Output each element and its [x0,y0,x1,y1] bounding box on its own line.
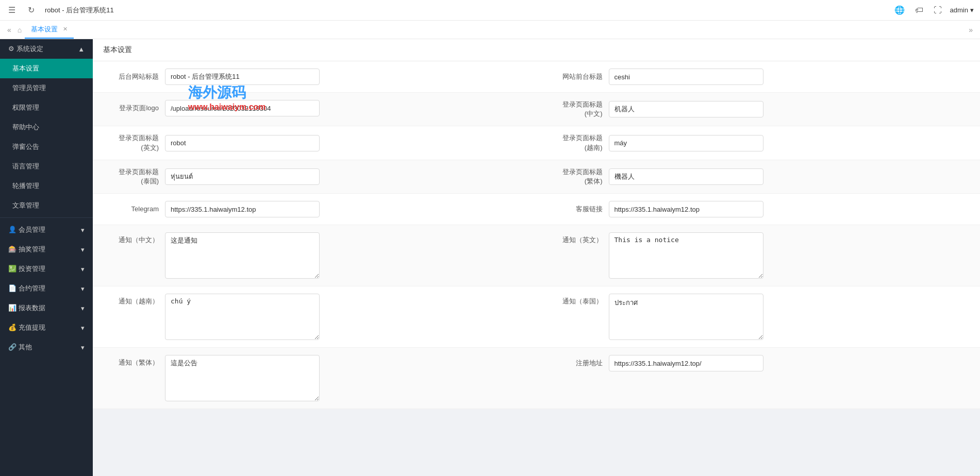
form-group-notice-en: 通知（英文） [537,225,981,286]
login-title-th-label: 登录页面标题(泰国) [103,167,165,186]
others-arrow: ▾ [81,344,85,351]
tab-label: 基本设置 [31,25,58,34]
member-arrow: ▾ [81,226,85,234]
sidebar-item-help-center[interactable]: 帮助中心 [0,117,93,137]
tab-back-button[interactable]: « [4,21,14,39]
sidebar-group-system[interactable]: ⚙ 系统设定 ▲ [0,39,93,59]
form-group-login-title-th: 登录页面标题(泰国) [93,160,537,193]
login-title-zh-input[interactable] [609,101,763,117]
form-row-6: 通知（中文） 通知（英文） [93,225,980,286]
form-row-8: 通知（繁体） 注册地址 [93,348,980,409]
menu-icon[interactable]: ☰ [6,3,18,17]
notice-th-label: 通知（泰国） [547,294,609,306]
customer-service-label: 客服链接 [547,201,609,217]
content-area: 海外源码 www.haiwaiym.com 基本设置 后台网站标题 网站前台标题 [93,39,980,476]
register-url-input[interactable] [609,355,763,371]
tab-bar: « ⌂ 基本设置 ✕ » [0,21,980,39]
tab-close-button[interactable]: ✕ [63,26,68,32]
sidebar-group-contract[interactable]: 📄 合约管理 ▾ [0,279,93,298]
recharge-arrow: ▾ [81,324,85,332]
frontend-title-input[interactable] [609,69,763,85]
admin-button[interactable]: admin ▾ [950,6,974,14]
investment-arrow: ▾ [81,265,85,273]
reports-icon: 📊 [8,304,16,312]
form-row-7: 通知（越南） 通知（泰国） [93,286,980,348]
form-group-login-title-zh: 登录页面标题(中文) [537,93,981,126]
form-row-4: 登录页面标题(泰国) 登录页面标题(繁体) [93,160,980,194]
content-body: 后台网站标题 网站前台标题 登录页面logo 登录页面标题(中文) [93,61,980,409]
admin-arrow: ▾ [970,6,974,14]
form-group-notice-zh: 通知（中文） [93,225,537,286]
sidebar-group-label: 系统设定 [16,45,43,53]
tag-icon[interactable]: 🏷 [913,4,925,17]
sidebar-group-investment[interactable]: 💹 投资管理 ▾ [0,259,93,279]
globe-icon[interactable]: 🌐 [892,3,907,17]
form-group-login-title-vn: 登录页面标题(越南) [537,126,981,159]
form-group-frontend-title: 网站前台标题 [537,61,981,92]
notice-tc-textarea[interactable] [165,355,320,401]
telegram-label: Telegram [103,201,165,217]
sidebar-group-member[interactable]: 👤 会员管理 ▾ [0,220,93,240]
form-group-login-logo: 登录页面logo [93,93,537,124]
investment-icon: 💹 [8,265,16,273]
login-logo-input[interactable] [165,100,320,116]
login-title-zh-label: 登录页面标题(中文) [547,100,609,118]
sidebar-item-popup-notice[interactable]: 弹窗公告 [0,137,93,157]
sidebar-group-recharge[interactable]: 💰 充值提现 ▾ [0,318,93,337]
form-group-notice-vn: 通知（越南） [93,286,537,347]
notice-en-textarea[interactable] [609,232,763,279]
page-title: 基本设置 [103,45,132,54]
notice-vn-label: 通知（越南） [103,294,165,306]
login-title-th-input[interactable] [165,168,320,185]
sidebar-item-permissions[interactable]: 权限管理 [0,98,93,117]
notice-en-label: 通知（英文） [547,232,609,245]
form-row-1: 后台网站标题 网站前台标题 [93,61,980,93]
login-title-en-input[interactable] [165,135,320,151]
fullscreen-icon[interactable]: ⛶ [932,4,944,17]
form-group-login-title-en: 登录页面标题(英文) [93,126,537,159]
sidebar-group-reports[interactable]: 📊 报表数据 ▾ [0,298,93,318]
form-group-backend-title: 后台网站标题 [93,61,537,92]
sidebar-item-article[interactable]: 文章管理 [0,196,93,215]
register-url-label: 注册地址 [547,355,609,371]
sidebar-group-arrow: ▲ [78,45,85,53]
refresh-icon[interactable]: ↻ [26,3,37,17]
tab-basic-settings[interactable]: 基本设置 ✕ [25,21,74,39]
sidebar-group-lottery[interactable]: 🎰 抽奖管理 ▾ [0,240,93,259]
sidebar-item-carousel[interactable]: 轮播管理 [0,176,93,196]
reports-arrow: ▾ [81,304,85,312]
title-bar: ☰ ↻ robot - 后台管理系统11 🌐 🏷 ⛶ admin ▾ [0,0,980,21]
title-bar-title: robot - 后台管理系统11 [45,6,114,15]
notice-vn-textarea[interactable] [165,294,320,340]
sidebar-item-admin-management[interactable]: 管理员管理 [0,78,93,98]
notice-th-textarea[interactable] [609,294,763,340]
notice-zh-textarea[interactable] [165,232,320,279]
form-group-customer-service: 客服链接 [537,194,981,225]
form-group-notice-tc: 通知（繁体） [93,348,537,409]
form-group-register-url: 注册地址 [537,348,981,379]
member-icon: 👤 [8,226,16,233]
sidebar-item-language[interactable]: 语言管理 [0,157,93,176]
login-title-en-label: 登录页面标题(英文) [103,133,165,152]
contract-arrow: ▾ [81,285,85,293]
others-icon: 🔗 [8,343,16,351]
frontend-title-label: 网站前台标题 [547,69,609,85]
sidebar-lottery-label: 抽奖管理 [19,245,45,253]
sidebar-others-label: 其他 [19,343,32,351]
tab-home-button[interactable]: ⌂ [14,21,25,39]
form-row-3: 登录页面标题(英文) 登录页面标题(越南) [93,126,980,160]
customer-service-input[interactable] [609,201,763,217]
login-title-tc-input[interactable] [609,168,763,185]
tab-forward-button[interactable]: » [966,21,976,39]
sidebar-member-label: 会员管理 [19,226,45,233]
lottery-arrow: ▾ [81,246,85,253]
sidebar-item-basic-settings[interactable]: 基本设置 [0,59,93,78]
sidebar-investment-label: 投资管理 [19,265,45,273]
sidebar-group-others[interactable]: 🔗 其他 ▾ [0,337,93,357]
form-group-telegram: Telegram [93,194,537,225]
backend-title-input[interactable] [165,69,320,85]
telegram-input[interactable] [165,201,320,217]
login-title-vn-input[interactable] [609,135,763,151]
settings-icon: ⚙ [8,45,14,53]
form-group-notice-th: 通知（泰国） [537,286,981,347]
